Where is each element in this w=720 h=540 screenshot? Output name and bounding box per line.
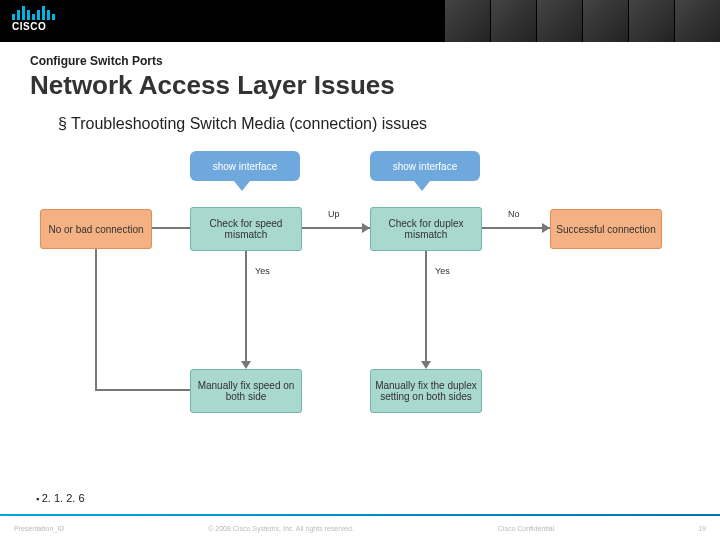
footer-center: © 2008 Cisco Systems, Inc. All rights re…	[208, 525, 354, 532]
slide-footer: Presentation_ID © 2008 Cisco Systems, In…	[0, 516, 720, 540]
arrow-right-icon	[362, 223, 370, 233]
label-up: Up	[328, 209, 340, 219]
arrow-right-icon	[542, 223, 550, 233]
footer-left: Presentation_ID	[14, 525, 64, 532]
arrow-down-icon	[241, 361, 251, 369]
box-fix-speed: Manually fix speed on both side	[190, 369, 302, 413]
box-no-connection: No or bad connection	[40, 209, 152, 249]
box-success: Successful connection	[550, 209, 662, 249]
brand-text: CISCO	[12, 21, 55, 32]
label-yes-2: Yes	[435, 266, 450, 276]
callout-tail-icon	[234, 181, 250, 191]
page-number: 19	[698, 525, 706, 532]
callout-show-interface-left: show interface	[190, 151, 300, 181]
slide-content: Configure Switch Ports Network Access La…	[0, 42, 720, 451]
callout-show-interface-right: show interface	[370, 151, 480, 181]
bullet-text: Troubleshooting Switch Media (connection…	[58, 115, 690, 133]
section-label: Configure Switch Ports	[30, 54, 690, 68]
arrow-down-icon	[421, 361, 431, 369]
label-yes-1: Yes	[255, 266, 270, 276]
flowchart: show interface show interface No or bad …	[50, 151, 670, 451]
logo-bars-icon	[12, 4, 55, 20]
box-check-duplex: Check for duplex mismatch	[370, 207, 482, 251]
cisco-logo: CISCO	[12, 4, 55, 32]
footer-right: Cisco Confidential	[498, 525, 554, 532]
label-no: No	[508, 209, 520, 219]
slide-title: Network Access Layer Issues	[30, 70, 690, 101]
slide-header: CISCO	[0, 0, 720, 42]
box-fix-duplex: Manually fix the duplex setting on both …	[370, 369, 482, 413]
callout-tail-icon	[414, 181, 430, 191]
header-photo-strip	[444, 0, 720, 42]
box-check-speed: Check for speed mismatch	[190, 207, 302, 251]
reference-number: 2. 1. 2. 6	[36, 492, 85, 504]
